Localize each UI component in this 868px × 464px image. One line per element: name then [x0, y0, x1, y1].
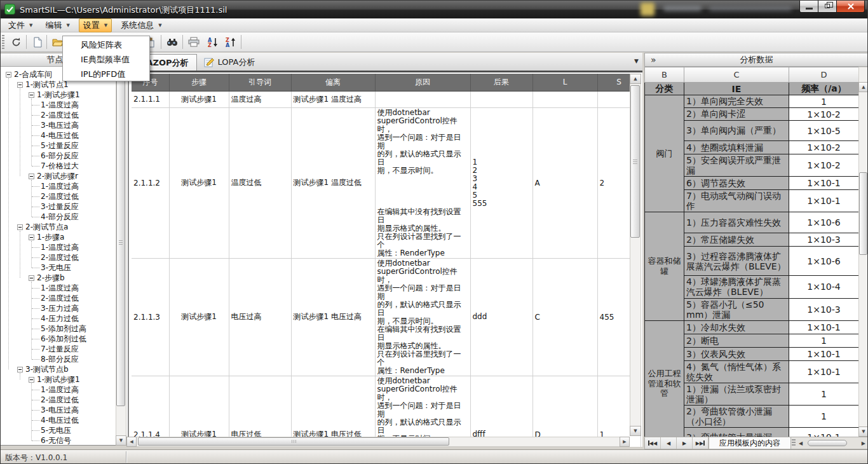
tree-item[interactable]: 3-过量反应 [1, 201, 126, 212]
tree-item[interactable]: 1-温度过高 [1, 181, 126, 191]
sheet-hscrollbar-thumb[interactable] [808, 440, 847, 446]
collapse-minus-icon[interactable] [17, 367, 23, 372]
collapse-minus-icon[interactable] [29, 275, 34, 281]
frequency-cell: 1×10-1 [789, 428, 859, 437]
nav-splitter[interactable] [792, 439, 796, 447]
tree-item[interactable]: 1-步骤a [1, 232, 126, 242]
tree-item[interactable]: 1-测试步骤1 [1, 90, 126, 100]
tree-item[interactable]: 5-过量反应 [1, 140, 126, 151]
col-l[interactable]: L [532, 74, 597, 91]
grid-row[interactable]: 2.1.1.2测试步骤1温度过低测试步骤1 温度过低使用dotnetbar su… [132, 107, 641, 258]
menu-item-ipl-pfd[interactable]: IPL的PFD值 [63, 67, 149, 81]
collapse-minus-icon[interactable] [29, 377, 34, 383]
sheet-scroll-left-icon[interactable]: ◀ [799, 440, 803, 446]
tree-item[interactable]: 4-电压过低 [1, 415, 126, 425]
grid-scroll-right-icon[interactable]: ▶ [620, 437, 630, 447]
grid-row[interactable]: 2.1.1.1测试步骤1温度过高测试步骤1 温度过高 [132, 91, 641, 107]
tree-item[interactable]: 3-无电压 [1, 263, 126, 273]
toolbar-grip[interactable] [2, 35, 4, 50]
find-icon[interactable] [165, 34, 180, 50]
col-consequence[interactable]: 后果 [470, 74, 532, 91]
tree-item[interactable]: 2-温度过低 [1, 191, 126, 201]
tree-item[interactable]: 2-温度过低 [1, 252, 126, 263]
col-step[interactable]: 步骤 [169, 74, 229, 91]
tree-item[interactable]: 8-部分反应 [1, 354, 126, 364]
collapse-minus-icon[interactable] [6, 72, 11, 78]
sheet-hscrollbar[interactable]: ◀ ▶ [796, 437, 868, 449]
col-guideword[interactable]: 引导词 [229, 74, 291, 91]
tree-item[interactable]: 7-过量反应 [1, 344, 126, 354]
nav-next-icon[interactable]: ▶ [677, 437, 693, 449]
tab-overflow-icon[interactable]: ▼ [634, 58, 639, 64]
restore-button[interactable] [818, 1, 837, 13]
minimize-button[interactable] [799, 1, 818, 13]
tree-item[interactable]: 4-部分反应 [1, 212, 126, 222]
tree-item[interactable]: 5-添加剂过高 [1, 324, 126, 334]
sheet-scroll-up-icon[interactable]: ▲ [858, 82, 868, 92]
col-letter-c[interactable]: C [684, 67, 789, 83]
ie-row[interactable]: 阀门1）单向阀完全失效1 [645, 95, 859, 108]
tree-item[interactable]: 1-温度过高 [1, 385, 126, 395]
collapse-minus-icon[interactable] [17, 224, 23, 230]
col-deviation[interactable]: 偏离 [291, 74, 375, 91]
grid-row[interactable]: 2.1.1.3测试步骤1电压过高测试步骤1 电压过高使用dotnetbar su… [132, 258, 641, 376]
nav-prev-icon[interactable]: ◀ [661, 437, 677, 449]
grid-scroll-left-icon[interactable]: ◀ [126, 437, 137, 447]
new-file-icon[interactable] [30, 34, 45, 50]
menu-file[interactable]: 文件▼ [4, 19, 36, 32]
ie-row[interactable]: 公用工程管道和软管1）冷却水失效1×10-1 [645, 320, 859, 334]
tree-branch-icon [32, 186, 39, 187]
menu-item-risk-matrix[interactable]: 风险矩阵表 [63, 38, 149, 52]
tree-item[interactable]: 3-电压过高 [1, 120, 126, 130]
tree-item[interactable]: 6-无信号 [1, 435, 126, 446]
tree-item[interactable]: 2-步骤b [1, 273, 126, 283]
col-letter-d[interactable]: D [789, 67, 859, 83]
collapse-minus-icon[interactable] [29, 235, 34, 240]
grid-hscrollbar-thumb[interactable] [138, 437, 449, 446]
grid-vscrollbar-thumb[interactable] [630, 85, 640, 238]
tree-item[interactable]: 3-电压过高 [1, 405, 126, 415]
menu-settings[interactable]: 设置▼ [79, 18, 112, 32]
ie-row[interactable]: 容器和储罐1）压力容器灾难性失效1×10-6 [645, 212, 859, 233]
sheet-tab-template-content[interactable]: 应用模板内的内容 [709, 437, 791, 449]
col-letter-b[interactable]: B [645, 67, 684, 83]
tab-lopa[interactable]: LOPA分析 [199, 54, 260, 71]
menu-item-ie-typical-frequency[interactable]: IE典型频率值 [63, 52, 149, 67]
tree-item[interactable]: 2-温度过低 [1, 110, 126, 120]
sheet-vscrollbar-thumb[interactable] [859, 172, 867, 255]
collapse-minus-icon[interactable] [17, 82, 23, 88]
sort-asc-icon[interactable]: AZ [205, 34, 220, 50]
tree-item[interactable]: 2-温度过低 [1, 395, 126, 405]
sheet-scroll-down-icon[interactable]: ▼ [858, 426, 868, 437]
menu-edit[interactable]: 编辑▼ [41, 19, 73, 32]
tree-item[interactable]: 1-温度过高 [1, 283, 126, 293]
sort-desc-icon[interactable]: ZA [223, 34, 238, 50]
tree-item[interactable]: 7-价格过大 [1, 161, 126, 171]
tree-item[interactable]: 2-测试步骤r [1, 171, 126, 181]
nav-first-icon[interactable]: ◀◀ [645, 437, 661, 449]
grid-scroll-up-icon[interactable]: ▲ [630, 74, 641, 84]
collapse-panel-icon[interactable]: » [651, 53, 656, 66]
tree-item[interactable]: 1-测试步骤1 [1, 374, 126, 385]
menu-system-info[interactable]: 系统信息▼ [117, 19, 165, 32]
collapse-minus-icon[interactable] [29, 92, 34, 98]
grid-scroll-down-icon[interactable]: ▼ [630, 426, 641, 436]
tree-item[interactable]: 4-电压过低 [1, 130, 126, 140]
tree-item[interactable]: 2-测试节点a [1, 222, 126, 232]
tree-item[interactable]: 5-无电压 [1, 425, 126, 435]
tree-item[interactable]: 2-温度过低 [1, 293, 126, 303]
tree-item[interactable]: 3-压力过高 [1, 303, 126, 313]
nav-last-icon[interactable]: ▶▶ [693, 437, 709, 449]
tree-item[interactable]: 6-添加剂过低 [1, 334, 126, 344]
tree-item[interactable]: 6-部分反应 [1, 151, 126, 161]
refresh-icon[interactable] [8, 34, 24, 50]
tree-item[interactable]: 1-温度过高 [1, 242, 126, 252]
close-button[interactable] [836, 1, 865, 13]
sheet-scroll-right-icon[interactable]: ▶ [862, 440, 865, 446]
tree-item[interactable]: 1-温度过高 [1, 100, 126, 110]
print-icon[interactable] [186, 34, 201, 50]
col-cause[interactable]: 原因 [375, 74, 470, 91]
tree-item[interactable]: 3-测试节点b [1, 364, 126, 374]
collapse-minus-icon[interactable] [29, 174, 34, 179]
tree-item[interactable]: 4-压力过低 [1, 313, 126, 324]
